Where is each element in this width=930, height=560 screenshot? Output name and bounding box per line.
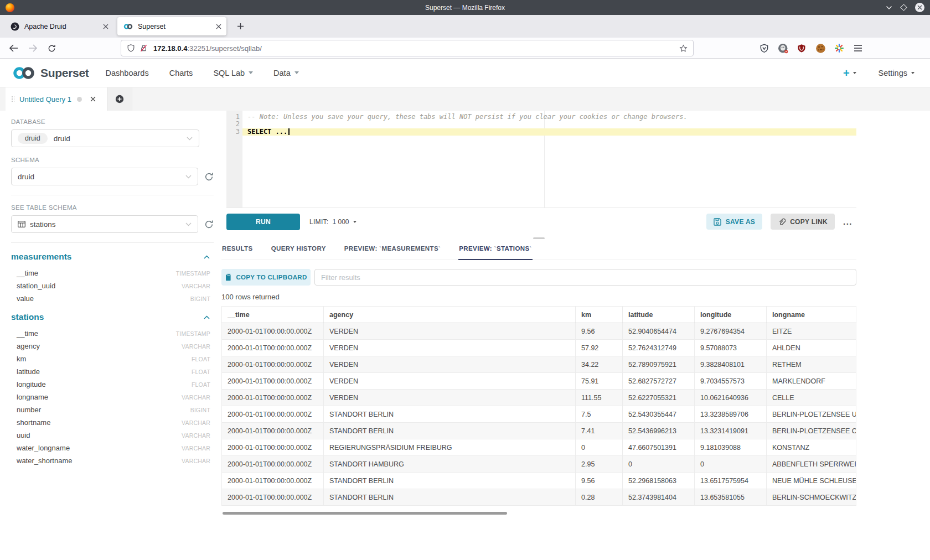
column-header-longitude[interactable]: longitude	[695, 307, 767, 323]
table-cell: 2000-01-01T00:00:00.000Z	[222, 456, 324, 473]
collapse-chevron-icon[interactable]	[204, 255, 210, 259]
row-count-text: 100 rows returned	[221, 293, 856, 301]
extension-snowflake-icon[interactable]	[834, 43, 845, 54]
refresh-table-icon[interactable]	[204, 220, 214, 229]
sql-editor[interactable]: 123 -- Note: Unless you save your query,…	[226, 111, 856, 208]
results-tab-query-history[interactable]: QUERY HISTORY	[271, 241, 327, 260]
add-new-button[interactable]: +	[843, 68, 856, 79]
results-tabbar: RESULTSQUERY HISTORYPREVIEW: `MEASUREMEN…	[221, 241, 856, 260]
run-button[interactable]: RUN	[226, 214, 300, 230]
table-section-measurements[interactable]: measurements	[11, 252, 214, 262]
refresh-schema-icon[interactable]	[204, 172, 214, 182]
bookmark-star-icon[interactable]	[679, 44, 688, 53]
tab-close-icon[interactable]	[103, 24, 108, 29]
navbar-link-dashboards[interactable]: Dashboards	[105, 69, 148, 77]
superset-logo-icon[interactable]	[12, 66, 35, 80]
column-type: FLOAT	[192, 369, 210, 375]
table-cell: 2000-01-01T00:00:00.000Z	[222, 489, 324, 506]
window-menu-chevron-icon[interactable]	[886, 6, 892, 10]
column-type: VARCHAR	[182, 343, 210, 350]
hamburger-menu-icon[interactable]	[852, 43, 864, 54]
window-titlebar: Superset — Mozilla Firefox	[0, 0, 930, 15]
results-panel: RESULTSQUERY HISTORYPREVIEW: `MEASUREMEN…	[221, 241, 856, 560]
collapse-chevron-icon[interactable]	[204, 315, 210, 319]
table-row: 2000-01-01T00:00:00.000ZREGIERUNGSPRÄSID…	[222, 439, 856, 456]
copy-to-clipboard-button[interactable]: COPY TO CLIPBOARD	[221, 269, 311, 286]
column-name: longname	[17, 393, 48, 401]
new-tab-button[interactable]	[233, 19, 247, 34]
add-query-tab-button[interactable]	[107, 87, 132, 111]
table-select[interactable]: stations	[11, 215, 198, 233]
brand-title[interactable]: Superset	[40, 66, 89, 80]
database-select[interactable]: druid druid	[11, 129, 199, 147]
column-type: BIGINT	[190, 407, 210, 413]
navbar-link-data[interactable]: Data	[273, 69, 299, 77]
extension-mask-icon[interactable]	[777, 43, 788, 54]
tracking-shield-icon[interactable]	[127, 44, 135, 53]
panel-resize-handle[interactable]	[221, 235, 856, 241]
editor-toolbar: RUN LIMIT: 1 000 SAVE AS COPY LINK ...	[221, 208, 856, 235]
column-row: kmFLOAT	[11, 352, 214, 365]
url-bar[interactable]: 172.18.0.4:32251/superset/sqllab/	[121, 40, 694, 56]
table-cell: 9.7034557573	[695, 373, 767, 390]
sqllab-sidebar: DATABASE druid druid SCHEMA druid	[0, 111, 221, 560]
query-tab-close-icon[interactable]	[90, 96, 96, 102]
results-tab-preview-measurements[interactable]: PREVIEW: `MEASUREMENTS`	[344, 241, 441, 260]
more-options-button[interactable]: ...	[843, 217, 852, 226]
tab-close-icon[interactable]	[216, 24, 221, 29]
column-header-latitude[interactable]: latitude	[623, 307, 695, 323]
results-tab-preview-stations[interactable]: PREVIEW: `STATIONS`	[458, 241, 533, 260]
table-cell: VERDEN	[324, 356, 576, 373]
navbar-link-charts[interactable]: Charts	[169, 69, 193, 77]
browser-tab-apache-druid[interactable]: Apache Druid	[4, 17, 113, 35]
back-button[interactable]	[7, 42, 20, 54]
column-name: __time	[17, 329, 38, 338]
extension-cookie-icon[interactable]	[815, 43, 826, 54]
extension-ublock-icon[interactable]	[796, 43, 807, 54]
filter-results-input[interactable]	[314, 269, 856, 286]
editor-code-area[interactable]: -- Note: Unless you save your query, the…	[242, 111, 856, 208]
browser-tab-superset[interactable]: Superset	[117, 17, 226, 35]
schema-select[interactable]: druid	[11, 168, 198, 185]
copy-link-button[interactable]: COPY LINK	[771, 214, 835, 230]
results-tab-results[interactable]: RESULTS	[221, 241, 254, 260]
table-cell: 52.2968158063	[623, 473, 695, 489]
column-header-agency[interactable]: agency	[324, 307, 576, 323]
column-header-longname[interactable]: longname	[767, 307, 856, 323]
text-cursor	[288, 128, 290, 135]
column-name: station_uuid	[17, 282, 55, 290]
column-header-km[interactable]: km	[576, 307, 623, 323]
window-title: Superset — Mozilla Firefox	[0, 4, 930, 12]
table-cell: 9.3828408101	[695, 356, 767, 373]
column-type: VARCHAR	[182, 283, 210, 289]
browser-tabstrip: Apache Druid Superset	[0, 15, 930, 38]
forward-button[interactable]	[26, 42, 39, 54]
table-cell: 9.181039088	[695, 439, 767, 456]
column-name: water_longname	[17, 444, 70, 452]
horizontal-scrollbar[interactable]	[223, 512, 507, 515]
maximize-icon[interactable]	[900, 4, 907, 11]
query-tab-untitled-query-1[interactable]: Untitled Query 1	[6, 87, 107, 111]
table-section-stations[interactable]: stations	[11, 312, 214, 322]
navbar-link-label: Charts	[169, 69, 193, 77]
table-cell: 57.92	[576, 340, 623, 356]
extension-shield-icon[interactable]	[758, 43, 769, 54]
schema-label: SCHEMA	[11, 157, 214, 163]
save-as-button[interactable]: SAVE AS	[706, 214, 762, 230]
reload-button[interactable]	[45, 42, 58, 54]
window-close-icon[interactable]	[915, 3, 924, 12]
url-host: 172.18.0.4	[153, 44, 187, 53]
table-cell: 2000-01-01T00:00:00.000Z	[222, 439, 324, 456]
limit-dropdown[interactable]: LIMIT: 1 000	[309, 218, 356, 226]
table-cell: 52.7624312749	[623, 340, 695, 356]
url-path: :32251/superset/sqllab/	[187, 44, 261, 53]
settings-menu[interactable]: Settings	[879, 69, 914, 77]
table-name: measurements	[11, 252, 71, 262]
insecure-lock-icon[interactable]	[140, 44, 148, 53]
table-cell: 7.5	[576, 406, 623, 423]
column-row: station_uuidVARCHAR	[11, 279, 214, 292]
navbar-link-sql-lab[interactable]: SQL Lab	[213, 69, 253, 77]
column-header-time[interactable]: __time	[222, 307, 324, 323]
column-type: VARCHAR	[182, 445, 210, 452]
table-cell: 13.3238589706	[695, 406, 767, 423]
